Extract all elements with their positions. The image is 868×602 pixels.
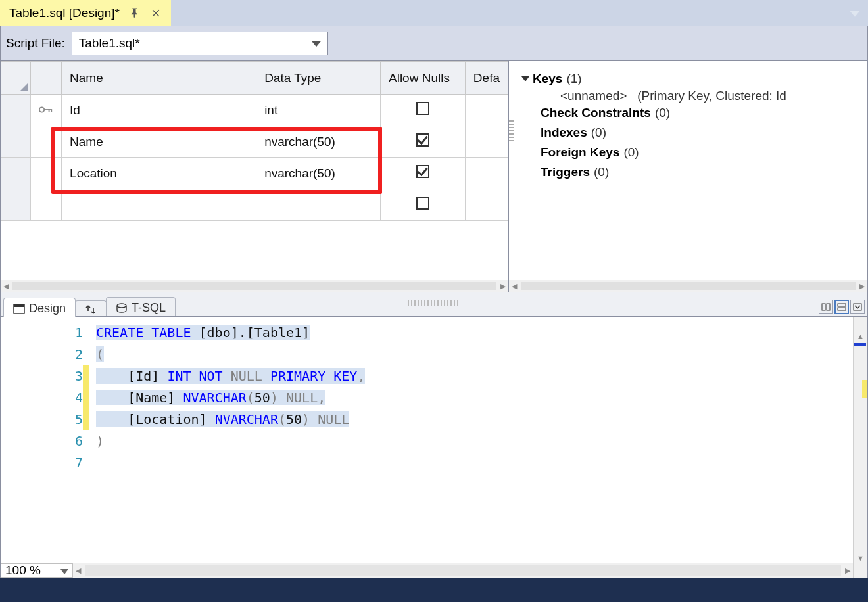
properties-pane: Keys (1) <unnamed> (Primary Key, Cluster… [509, 61, 867, 292]
code-editor[interactable]: 1 2 3 4 5 6 7 CREATE TABLE [dbo].[Table1… [0, 317, 868, 578]
document-tab[interactable]: Table1.sql [Design]* [0, 0, 171, 26]
prop-triggers[interactable]: Triggers (0) [514, 162, 862, 182]
close-icon[interactable] [150, 7, 162, 19]
cell-name[interactable]: Name [62, 126, 256, 158]
table-row-empty[interactable] [1, 189, 508, 221]
cell-name[interactable] [62, 189, 256, 221]
prop-foreign-keys[interactable]: Foreign Keys (0) [514, 143, 862, 162]
code-content[interactable]: CREATE TABLE [dbo].[Table1] ( [Id] INT N… [89, 317, 853, 578]
editor-vertical-scrollbar[interactable]: ▲ ▼ [853, 317, 867, 578]
table-row[interactable]: Id int [1, 95, 508, 126]
cell-datatype[interactable]: int [256, 95, 381, 126]
expand-toggle-icon[interactable] [518, 72, 533, 86]
designer-tabs: Design T-SQL [0, 292, 868, 317]
header-default[interactable]: Defa [465, 62, 508, 95]
cell-default[interactable] [465, 189, 508, 221]
prop-keys-item[interactable]: <unnamed> (Primary Key, Clustered: Id [514, 89, 862, 103]
editor-horizontal-scrollbar[interactable]: ◀▶ [73, 563, 853, 578]
document-tab-bar: Table1.sql [Design]* [0, 0, 868, 26]
tab-title: Table1.sql [Design]* [9, 6, 120, 20]
tab-design[interactable]: Design [3, 298, 76, 317]
grid-corner[interactable] [1, 62, 31, 95]
svg-rect-5 [14, 304, 24, 307]
cell-datatype[interactable]: nvarchar(50) [256, 158, 381, 189]
designer-toolbar: Script File: Table1.sql* [0, 26, 868, 61]
svg-rect-1 [44, 109, 51, 110]
status-strip [0, 578, 868, 602]
svg-rect-3 [51, 109, 52, 112]
layout-vertical-button[interactable] [819, 300, 833, 314]
allow-nulls-checkbox[interactable] [416, 165, 429, 178]
tab-menu-arrow-icon[interactable] [850, 6, 860, 20]
cell-datatype[interactable] [256, 189, 381, 221]
pin-icon[interactable] [129, 7, 141, 19]
key-header [31, 62, 62, 95]
cell-default[interactable] [465, 158, 508, 189]
script-file-dropdown[interactable]: Table1.sql* [72, 32, 328, 55]
column-grid[interactable]: Name Data Type Allow Nulls Defa Id int N… [1, 61, 508, 221]
allow-nulls-checkbox[interactable] [416, 197, 429, 210]
cell-name[interactable]: Location [62, 158, 256, 189]
svg-rect-7 [822, 304, 825, 310]
zoom-selector[interactable]: 100 % [1, 563, 73, 578]
dropdown-arrow-icon [60, 563, 68, 578]
props-horizontal-scrollbar[interactable]: ◀▶ [509, 280, 867, 292]
prop-keys[interactable]: Keys (1) [514, 69, 862, 89]
tab-tsql[interactable]: T-SQL [106, 297, 176, 316]
pane-grip[interactable] [509, 120, 514, 143]
script-file-value: Table1.sql* [79, 36, 140, 51]
svg-rect-8 [827, 304, 830, 310]
svg-rect-9 [838, 304, 846, 306]
prop-check-constraints[interactable]: Check Constraints (0) [514, 103, 862, 123]
allow-nulls-checkbox[interactable] [416, 102, 429, 115]
splitter-grip[interactable] [408, 300, 460, 306]
column-grid-pane: Name Data Type Allow Nulls Defa Id int N… [1, 61, 509, 292]
grid-horizontal-scrollbar[interactable]: ◀▶ [1, 280, 508, 292]
svg-rect-10 [838, 308, 846, 310]
layout-collapse-button[interactable] [850, 300, 865, 314]
primary-key-icon [39, 103, 53, 117]
cell-default[interactable] [465, 95, 508, 126]
tab-swap[interactable] [75, 300, 107, 316]
svg-point-6 [117, 304, 126, 308]
tsql-icon [116, 303, 128, 313]
script-file-label: Script File: [6, 36, 65, 51]
header-allownulls[interactable]: Allow Nulls [381, 62, 466, 95]
line-number-gutter: 1 2 3 4 5 6 7 [1, 317, 89, 578]
cell-datatype[interactable]: nvarchar(50) [256, 126, 381, 158]
design-icon [13, 304, 25, 314]
cell-name[interactable]: Id [62, 95, 256, 126]
svg-point-0 [39, 107, 44, 112]
header-datatype[interactable]: Data Type [256, 62, 381, 95]
prop-indexes[interactable]: Indexes (0) [514, 123, 862, 143]
cell-default[interactable] [465, 126, 508, 158]
svg-rect-2 [49, 109, 50, 112]
layout-horizontal-button[interactable] [834, 300, 849, 314]
designer-area: Name Data Type Allow Nulls Defa Id int N… [0, 61, 868, 292]
allow-nulls-checkbox[interactable] [416, 133, 429, 147]
header-name[interactable]: Name [62, 62, 256, 95]
svg-rect-11 [854, 304, 861, 310]
table-row[interactable]: Name nvarchar(50) [1, 126, 508, 158]
swap-icon [85, 304, 97, 315]
dropdown-arrow-icon [312, 36, 321, 51]
table-row[interactable]: Location nvarchar(50) [1, 158, 508, 189]
